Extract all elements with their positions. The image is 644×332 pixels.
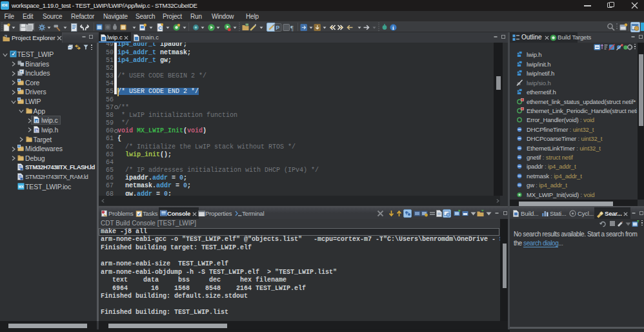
svg-text:C: C [158, 25, 162, 31]
svg-text:MX: MX [19, 185, 25, 189]
svg-text:P: P [276, 25, 279, 31]
svg-text:¶: ¶ [290, 25, 294, 32]
svg-text:h: h [35, 129, 38, 132]
